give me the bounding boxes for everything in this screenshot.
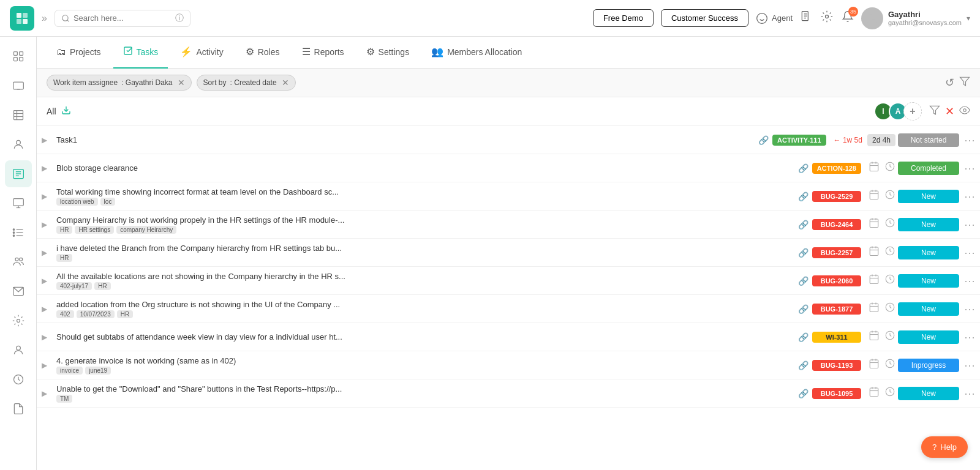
sort-filter-chip[interactable]: Sort by : Created date ✕ <box>197 75 296 91</box>
table-row[interactable]: ▶ Blob storage clearance 🔗 ACTION-128 Co… <box>37 154 980 182</box>
sidebar-item-tasks[interactable] <box>5 160 32 187</box>
expand-chevron[interactable]: ▶ <box>42 277 54 285</box>
sidebar-item-doc[interactable] <box>5 395 32 422</box>
sidebar-item-list[interactable] <box>5 219 32 246</box>
sidebar-item-tv[interactable] <box>5 72 32 99</box>
table-row[interactable]: ▶ added location from the Org structure … <box>37 295 980 323</box>
task-list: ▶ Task1 🔗 ACTIVITY-111 ← 1w 5d 2d 4h Not… <box>37 126 980 470</box>
sidebar-item-table[interactable] <box>5 102 32 129</box>
assignee-filter-close[interactable]: ✕ <box>178 78 185 88</box>
expand-chevron[interactable]: ▶ <box>42 361 54 370</box>
table-row[interactable]: ▶ All the available locations are not sh… <box>37 267 980 295</box>
expand-chevron[interactable]: ▶ <box>42 333 54 341</box>
table-row[interactable]: ▶ 4. generate invoice is not working (sa… <box>37 351 980 379</box>
expand-icon[interactable]: » <box>42 13 47 24</box>
settings-icon[interactable] <box>821 10 833 26</box>
table-row[interactable]: ▶ Should get subtabs of attendance week … <box>37 323 980 351</box>
chevron-down-icon[interactable]: ▾ <box>967 14 970 23</box>
expand-chevron[interactable]: ▶ <box>42 305 54 313</box>
svg-rect-29 <box>13 199 23 206</box>
svg-line-85 <box>890 279 891 280</box>
sidebar-item-settings[interactable] <box>5 307 32 334</box>
customer-success-button[interactable]: Customer Success <box>661 9 748 27</box>
expand-chevron[interactable]: ▶ <box>42 136 54 144</box>
tab-members[interactable]: 👥 Members Allocation <box>421 37 532 69</box>
nav-tabs: 🗂 Projects Tasks ⚡ Activity ⚙ Roles ☰ Re… <box>37 37 980 69</box>
user-info: Gayathri gayathri@snovasys.com <box>888 10 962 26</box>
sidebar-item-monitor[interactable] <box>5 190 32 217</box>
task-more-icon[interactable]: ⋯ <box>964 162 975 175</box>
task-title-text: All the available locations are not show… <box>56 272 796 281</box>
sidebar-item-mail[interactable] <box>5 278 32 305</box>
task-tag: HR <box>117 310 133 318</box>
calendar-icon <box>869 386 880 400</box>
help-button[interactable]: ? Help <box>921 436 968 458</box>
svg-rect-3 <box>23 19 28 24</box>
task-status: New <box>898 330 959 344</box>
table-row[interactable]: ▶ Company Heirarchy is not working prope… <box>37 211 980 239</box>
sidebar-item-dashboard[interactable] <box>5 43 32 70</box>
clock-icon <box>884 274 895 288</box>
table-row[interactable]: ▶ Task1 🔗 ACTIVITY-111 ← 1w 5d 2d 4h Not… <box>37 126 980 154</box>
user-area[interactable]: Gayathri gayathri@snovasys.com ▾ <box>861 7 970 29</box>
expand-chevron[interactable]: ▶ <box>42 164 54 173</box>
download-icon[interactable] <box>61 105 71 118</box>
assignee-filter-chip[interactable]: Work item assignee : Gayathri Daka ✕ <box>47 75 192 91</box>
expand-chevron[interactable]: ▶ <box>42 192 54 201</box>
agent-button[interactable]: Agent <box>756 12 793 24</box>
avatar <box>861 7 883 29</box>
tab-tasks[interactable]: Tasks <box>113 37 168 69</box>
tab-roles[interactable]: ⚙ Roles <box>236 37 290 69</box>
user-circles: I A + <box>876 102 922 121</box>
task-id-badge: BUG-2529 <box>812 191 861 202</box>
calendar-icon <box>869 245 880 259</box>
clock-icon <box>884 358 895 372</box>
table-row[interactable]: ▶ Unable to get the "Download" and "Shar… <box>37 379 980 408</box>
sidebar-item-person[interactable] <box>5 131 32 158</box>
expand-chevron[interactable]: ▶ <box>42 248 54 257</box>
table-row[interactable]: ▶ Total working time showing incorrect f… <box>37 182 980 211</box>
task-status: New <box>898 387 959 400</box>
svg-rect-93 <box>870 332 878 340</box>
task-more-icon[interactable]: ⋯ <box>964 387 975 400</box>
task-more-icon[interactable]: ⋯ <box>964 359 975 372</box>
tab-settings[interactable]: ⚙ Settings <box>356 37 420 69</box>
app-logo[interactable] <box>10 6 34 31</box>
sidebar-item-people[interactable] <box>5 248 32 275</box>
sort-filter-close[interactable]: ✕ <box>282 78 289 88</box>
refresh-icon[interactable]: ↺ <box>945 76 954 89</box>
docs-icon[interactable] <box>800 10 812 26</box>
task-more-icon[interactable]: ⋯ <box>964 330 975 344</box>
task-more-icon[interactable]: ⋯ <box>964 246 975 259</box>
info-icon[interactable]: ⓘ <box>175 13 184 24</box>
task-more-icon[interactable]: ⋯ <box>964 133 975 147</box>
clock-icon <box>884 302 895 316</box>
sidebar-item-clock[interactable] <box>5 366 32 393</box>
search-input[interactable] <box>74 13 172 23</box>
tab-reports[interactable]: ☰ Reports <box>292 37 354 69</box>
main-layout: 🗂 Projects Tasks ⚡ Activity ⚙ Roles ☰ Re… <box>0 37 980 470</box>
table-filter-icon[interactable] <box>929 105 940 119</box>
user-name: Gayathri <box>888 10 962 19</box>
tab-projects[interactable]: 🗂 Projects <box>47 37 111 69</box>
task-more-icon[interactable]: ⋯ <box>964 190 975 203</box>
table-clear-icon[interactable]: ✕ <box>945 105 954 118</box>
expand-chevron[interactable]: ▶ <box>42 220 54 229</box>
task-more-icon[interactable]: ⋯ <box>964 218 975 231</box>
notifications-icon[interactable]: 35 <box>842 10 854 26</box>
svg-rect-16 <box>13 58 17 61</box>
table-eye-icon[interactable] <box>959 105 970 119</box>
filter-icon[interactable] <box>959 76 970 90</box>
link-icon: 🔗 <box>798 304 809 314</box>
task-more-icon[interactable]: ⋯ <box>964 302 975 316</box>
activity-icon: ⚡ <box>180 46 192 58</box>
free-demo-button[interactable]: Free Demo <box>593 9 654 27</box>
add-user-button[interactable]: + <box>903 102 922 121</box>
tab-activity[interactable]: ⚡ Activity <box>170 37 233 69</box>
table-row[interactable]: ▶ i have deleted the Branch from the Com… <box>37 239 980 267</box>
task-tag: 402-july17 <box>56 282 92 290</box>
sidebar-item-user2[interactable] <box>5 337 32 364</box>
expand-chevron[interactable]: ▶ <box>42 389 54 398</box>
clock-icon <box>884 386 895 400</box>
task-more-icon[interactable]: ⋯ <box>964 274 975 288</box>
